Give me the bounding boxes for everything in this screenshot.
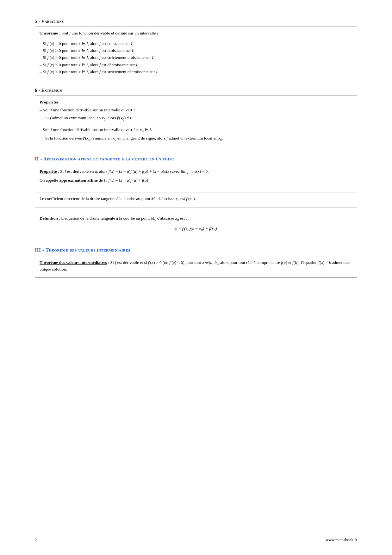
list-item: Si f′(x) ≤ 0 pour tout x ∈ I, alors f es… (40, 62, 352, 68)
tvi-text: Théorème des valeurs intermédiaires : Si… (40, 259, 352, 273)
tvi-box: Théorème des valeurs intermédiaires : Si… (35, 256, 357, 278)
coefficient-text: Le coefficient directeur de la droite ta… (40, 196, 352, 203)
footer: 2 www.mathsbook.fr (0, 537, 392, 542)
list-item: Si f′(x) ≥ 0 pour tout x ∈ I, alors f es… (40, 47, 352, 54)
coefficient-box: Le coefficient directeur de la droite ta… (35, 192, 357, 208)
definition-formula: y = f′(x0)(x − x0) + f(x0) (40, 226, 352, 233)
extremum-item1-line1: – Soit f une fonction dérivable sur un i… (40, 107, 352, 114)
proprietes-label: Propriétés : (40, 99, 352, 106)
definition-text: Définition : L'équation de la droite tan… (40, 215, 352, 222)
prop-label: Propriétés (40, 100, 59, 104)
list-item: Si f′(x) = 0 pour tout x ∈ I, alors f es… (40, 41, 352, 47)
section-5-heading: 5 - Variations (35, 19, 357, 24)
page: 5 - Variations Théorème : Soit f une fon… (0, 0, 392, 555)
theorem-label: Théorème (40, 31, 58, 35)
list-item: Si f′(x) < 0 pour tout x ∈ I, alors f es… (40, 69, 352, 75)
page-number: 2 (35, 537, 37, 542)
extremum-item2-line1: – Soit f une fonction dérivable sur un i… (40, 127, 352, 134)
section-III: III - Théorème des valeurs intermédiaire… (35, 247, 357, 278)
propriete-label: Propriété (40, 169, 57, 174)
definition-label: Définition (40, 216, 58, 221)
section-6: 6 - Extremum Propriétés : – Soit f une f… (35, 88, 357, 147)
section-III-heading: III - Théorème des valeurs intermédiaire… (35, 247, 357, 253)
extremum-item2-line2: Si la fonction dérivée f′(x0) s'annule e… (40, 135, 352, 142)
approx-affine-text: On appelle approximation affine de f : f… (40, 177, 352, 184)
variations-list: Si f′(x) = 0 pour tout x ∈ I, alors f es… (40, 41, 352, 75)
extremum-item1-line2: Si f admet un extremum local en x0, alor… (40, 115, 352, 122)
extremum-box: Propriétés : – Soit f une fonction dériv… (35, 96, 357, 147)
website: www.mathsbook.fr (326, 537, 357, 542)
tvi-label: Théorème des valeurs intermédiaires (40, 260, 107, 265)
section-6-heading: 6 - Extremum (35, 88, 357, 93)
theorem-intro: Théorème : Soit f une fonction dérivable… (40, 30, 352, 37)
section-5: 5 - Variations Théorème : Soit f une fon… (35, 19, 357, 79)
section-II-heading: II - Approximation affine et tangente à … (35, 156, 357, 162)
propriete-box: Propriété : Si f est dérivable en a, alo… (35, 165, 357, 188)
propriete-text: Propriété : Si f est dérivable en a, alo… (40, 168, 352, 176)
variations-box: Théorème : Soit f une fonction dérivable… (35, 27, 357, 79)
section-II: II - Approximation affine et tangente à … (35, 156, 357, 238)
list-item: Si f′(x) > 0 pour tout x ∈ I, alors f es… (40, 54, 352, 61)
definition-box: Définition : L'équation de la droite tan… (35, 212, 357, 238)
